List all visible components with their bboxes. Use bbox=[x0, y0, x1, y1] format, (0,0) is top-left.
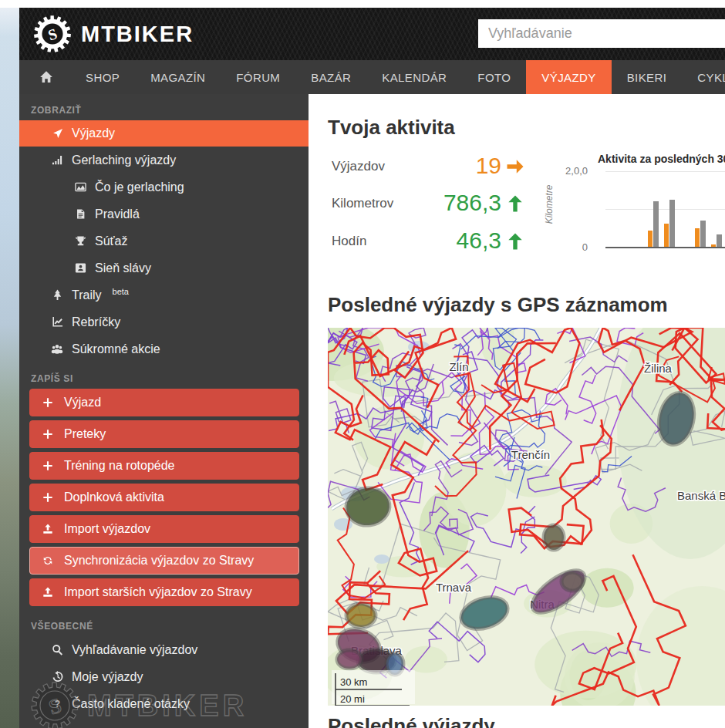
sync-icon bbox=[41, 555, 55, 566]
sidebar-item-moje-vyjazdy[interactable]: Moje výjazdy bbox=[19, 663, 309, 690]
plus-icon bbox=[41, 460, 55, 471]
plus-icon bbox=[41, 397, 55, 408]
tree-icon bbox=[50, 289, 64, 301]
sidebar-item-vyjazdy[interactable]: Výjazdy bbox=[19, 120, 309, 147]
background-photo bbox=[0, 8, 19, 728]
map-city-label: Trnava bbox=[436, 581, 472, 594]
id-card-icon bbox=[73, 262, 87, 274]
stat-value[interactable]: 19 bbox=[476, 153, 501, 179]
stat-row-kilometrov: Kilometrov 786,3 bbox=[332, 190, 524, 221]
stat-row-hodin: Hodín 46,3 bbox=[332, 228, 524, 258]
nav-cyklotrasy[interactable]: CYKLOTRASY bbox=[682, 60, 725, 94]
sidebar-item-sien-slavy[interactable]: Sieň slávy bbox=[19, 254, 309, 281]
chart-bar bbox=[648, 231, 652, 247]
nav-magazin[interactable]: MAGAZÍN bbox=[135, 60, 221, 94]
section-vseobecne: VŠEOBECNÉ bbox=[19, 610, 309, 636]
sidebar-item-label: Traily bbox=[72, 288, 102, 302]
import-vyjazdov-button[interactable]: Import výjazdov bbox=[29, 515, 299, 543]
gridline bbox=[605, 209, 725, 210]
logo[interactable]: S MTBIKER bbox=[33, 15, 194, 53]
chart-bar bbox=[717, 234, 722, 247]
header: S MTBIKER bbox=[19, 8, 725, 60]
button-label: Doplnková aktivita bbox=[64, 490, 164, 504]
activity-chart: Aktivita za posledných 30 Kilometre 2,0,… bbox=[538, 150, 725, 281]
section-zobrazit: ZOBRAZIŤ bbox=[19, 94, 309, 120]
sidebar-item-label: Gerlaching výjazdy bbox=[72, 153, 176, 167]
chart-tick-zero: 0 bbox=[545, 241, 588, 253]
chart-title: Aktivita za posledných 30 bbox=[598, 153, 725, 165]
nav-foto[interactable]: FOTO bbox=[462, 60, 526, 94]
sidebar-item-traily[interactable]: Traily beta bbox=[19, 281, 309, 308]
sidebar-item-label: Výjazdy bbox=[72, 126, 115, 140]
main-content: Tvoja aktivita Výjazdov 19 Kilometrov 78… bbox=[309, 94, 725, 728]
sidebar: ZOBRAZIŤ Výjazdy Gerlaching výjazdy Čo j… bbox=[19, 94, 309, 728]
nav-forum[interactable]: FÓRUM bbox=[221, 60, 295, 94]
add-trening-button[interactable]: Tréning na rotopéde bbox=[29, 452, 299, 480]
chart-ylabel: Kilometre bbox=[544, 166, 555, 243]
line-chart-icon bbox=[50, 316, 64, 328]
activity-title: Tvoja aktivita bbox=[328, 116, 455, 140]
area-chart-icon bbox=[73, 181, 87, 193]
add-preteky-button[interactable]: Preteky bbox=[29, 420, 299, 448]
sidebar-item-label: Často kladené otázky bbox=[72, 697, 190, 711]
document-icon bbox=[73, 208, 87, 220]
arrow-up-icon[interactable] bbox=[506, 194, 524, 213]
arrow-right-icon[interactable] bbox=[506, 157, 524, 176]
stat-value[interactable]: 786,3 bbox=[443, 190, 501, 216]
main-nav: SHOP MAGAZÍN FÓRUM BAZÁR KALENDÁR FOTO V… bbox=[19, 60, 725, 94]
nav-bikeri[interactable]: BIKERI bbox=[612, 60, 683, 94]
map-scale-mi: 20 mi bbox=[340, 693, 365, 705]
logo-text: MTBIKER bbox=[81, 22, 194, 47]
map-city-label: Trenčín bbox=[511, 448, 550, 461]
nav-vyjazdy[interactable]: VÝJAZDY bbox=[526, 60, 611, 94]
sidebar-item-label: Vyhľadávanie výjazdov bbox=[72, 643, 197, 657]
search-input[interactable] bbox=[478, 19, 725, 48]
beta-badge: beta bbox=[113, 287, 129, 296]
sidebar-item-sukromne-akcie[interactable]: Súkromné akcie bbox=[19, 335, 309, 362]
chart-bar bbox=[700, 221, 706, 247]
plus-icon bbox=[41, 429, 55, 440]
map-city-label: Banská B bbox=[677, 489, 725, 502]
signal-bars-icon bbox=[50, 154, 64, 166]
sidebar-item-faq[interactable]: ? Často kladené otázky bbox=[19, 690, 309, 717]
button-label: Import starších výjazdov zo Stravy bbox=[64, 585, 252, 599]
arrow-up-icon[interactable] bbox=[506, 232, 524, 251]
stat-value[interactable]: 46,3 bbox=[457, 228, 501, 254]
nav-shop[interactable]: SHOP bbox=[70, 60, 135, 94]
page: S MTBIKER SHOP MAGAZÍN FÓRUM BAZÁR KALEN… bbox=[0, 0, 725, 728]
nav-home[interactable] bbox=[19, 60, 70, 94]
chart-tick-top: 2,0,0 bbox=[545, 165, 588, 177]
trophy-icon bbox=[73, 235, 87, 247]
search-icon bbox=[50, 644, 64, 656]
nav-kalendar[interactable]: KALENDÁR bbox=[366, 60, 462, 94]
gps-map[interactable]: ZlínŽilinaTrenčínBanská BTrnavaNitraBrat… bbox=[328, 328, 725, 706]
location-arrow-icon bbox=[50, 128, 64, 140]
map-scale-km: 30 km bbox=[340, 676, 367, 688]
import-strava-button[interactable]: Import starších výjazdov zo Stravy bbox=[29, 578, 299, 606]
map-city-label: Žilina bbox=[644, 362, 673, 375]
add-vyjazd-button[interactable]: Výjazd bbox=[29, 389, 299, 416]
add-doplnkova-button[interactable]: Doplnková aktivita bbox=[29, 484, 299, 511]
sidebar-item-gerlaching[interactable]: Gerlaching výjazdy bbox=[19, 147, 309, 174]
sidebar-item-vyhladavanie[interactable]: Vyhľadávanie výjazdov bbox=[19, 636, 309, 663]
stat-row-vyjazdov: Výjazdov 19 bbox=[332, 153, 524, 184]
chart-bar bbox=[664, 224, 669, 247]
sidebar-item-pravidla[interactable]: Pravidlá bbox=[19, 201, 309, 228]
sidebar-item-sutaz[interactable]: Súťaž bbox=[19, 228, 309, 254]
nav-bazar[interactable]: BAZÁR bbox=[295, 60, 366, 94]
sidebar-item-rebricky[interactable]: Rebríčky bbox=[19, 308, 309, 335]
home-icon bbox=[39, 70, 53, 84]
upload-icon bbox=[41, 524, 55, 534]
chart-bar bbox=[653, 201, 659, 247]
plus-icon bbox=[41, 492, 55, 503]
button-label: Import výjazdov bbox=[64, 522, 150, 536]
gps-rides-title: Posledné výjazdy s GPS záznamom bbox=[328, 293, 668, 317]
sidebar-item-label: Čo je gerlaching bbox=[95, 180, 184, 194]
stat-label: Hodín bbox=[332, 234, 366, 249]
sidebar-item-label: Sieň slávy bbox=[95, 261, 151, 275]
sidebar-item-co-je-gerlaching[interactable]: Čo je gerlaching bbox=[19, 174, 309, 201]
sync-strava-button[interactable]: Synchronizácia výjazdov zo Stravy bbox=[29, 547, 299, 575]
chart-axis bbox=[605, 247, 725, 248]
stat-label: Kilometrov bbox=[332, 196, 393, 211]
users-icon bbox=[50, 343, 64, 355]
